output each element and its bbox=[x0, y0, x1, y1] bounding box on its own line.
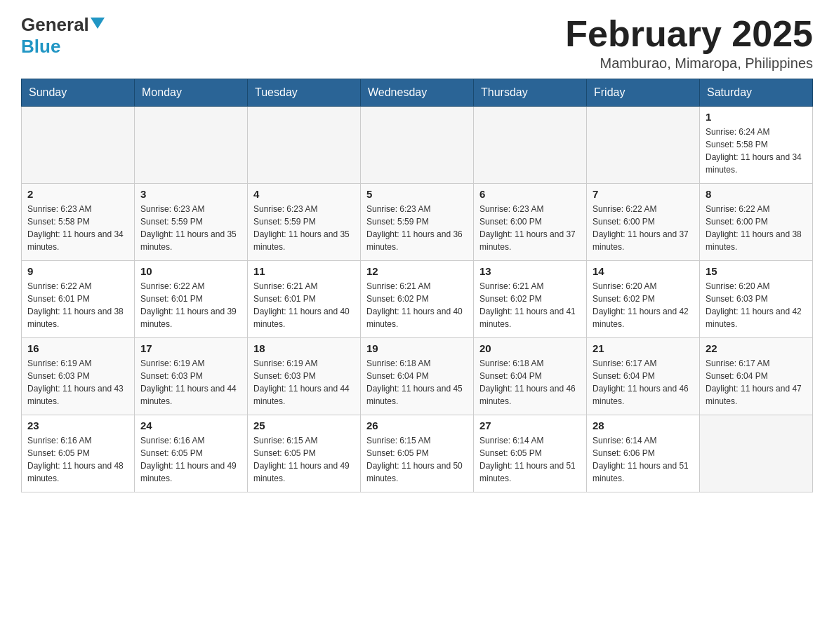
calendar-cell bbox=[248, 107, 361, 184]
weekday-header-saturday: Saturday bbox=[700, 79, 813, 107]
calendar-cell: 20Sunrise: 6:18 AM Sunset: 6:04 PM Dayli… bbox=[474, 338, 587, 415]
day-info: Sunrise: 6:23 AM Sunset: 5:58 PM Dayligh… bbox=[27, 203, 128, 253]
day-info: Sunrise: 6:23 AM Sunset: 5:59 PM Dayligh… bbox=[366, 203, 468, 253]
calendar-cell: 8Sunrise: 6:22 AM Sunset: 6:00 PM Daylig… bbox=[700, 184, 813, 261]
day-number: 14 bbox=[593, 265, 694, 277]
month-title: February 2025 bbox=[565, 14, 813, 54]
day-number: 26 bbox=[366, 420, 468, 431]
calendar-cell: 19Sunrise: 6:18 AM Sunset: 6:04 PM Dayli… bbox=[361, 338, 474, 415]
calendar-week-3: 9Sunrise: 6:22 AM Sunset: 6:01 PM Daylig… bbox=[22, 261, 813, 338]
day-number: 3 bbox=[140, 188, 241, 200]
calendar-cell bbox=[474, 107, 587, 184]
day-info: Sunrise: 6:22 AM Sunset: 6:01 PM Dayligh… bbox=[140, 280, 241, 330]
day-info: Sunrise: 6:24 AM Sunset: 5:58 PM Dayligh… bbox=[706, 126, 807, 176]
day-info: Sunrise: 6:14 AM Sunset: 6:05 PM Dayligh… bbox=[479, 434, 581, 485]
logo-word-blue: Blue bbox=[21, 36, 60, 57]
calendar-cell bbox=[22, 107, 135, 184]
calendar-cell: 2Sunrise: 6:23 AM Sunset: 5:58 PM Daylig… bbox=[22, 184, 135, 261]
calendar-cell: 27Sunrise: 6:14 AM Sunset: 6:05 PM Dayli… bbox=[474, 415, 587, 492]
calendar-cell: 6Sunrise: 6:23 AM Sunset: 6:00 PM Daylig… bbox=[474, 184, 587, 261]
weekday-header-sunday: Sunday bbox=[22, 79, 135, 107]
weekday-header-monday: Monday bbox=[135, 79, 248, 107]
day-info: Sunrise: 6:16 AM Sunset: 6:05 PM Dayligh… bbox=[27, 434, 128, 485]
page-header: General Blue February 2025 Mamburao, Mim… bbox=[21, 14, 813, 72]
calendar-cell bbox=[700, 415, 813, 492]
calendar-cell bbox=[587, 107, 700, 184]
calendar-cell: 11Sunrise: 6:21 AM Sunset: 6:01 PM Dayli… bbox=[248, 261, 361, 338]
calendar-cell: 26Sunrise: 6:15 AM Sunset: 6:05 PM Dayli… bbox=[361, 415, 474, 492]
calendar-week-1: 1Sunrise: 6:24 AM Sunset: 5:58 PM Daylig… bbox=[22, 107, 813, 184]
calendar-cell: 23Sunrise: 6:16 AM Sunset: 6:05 PM Dayli… bbox=[22, 415, 135, 492]
location-title: Mamburao, Mimaropa, Philippines bbox=[565, 55, 813, 72]
calendar-week-4: 16Sunrise: 6:19 AM Sunset: 6:03 PM Dayli… bbox=[22, 338, 813, 415]
calendar-cell: 3Sunrise: 6:23 AM Sunset: 5:59 PM Daylig… bbox=[135, 184, 248, 261]
logo-word-general: General bbox=[21, 14, 89, 36]
day-number: 5 bbox=[366, 188, 468, 200]
calendar-cell: 10Sunrise: 6:22 AM Sunset: 6:01 PM Dayli… bbox=[135, 261, 248, 338]
weekday-header-thursday: Thursday bbox=[474, 79, 587, 107]
calendar-cell: 1Sunrise: 6:24 AM Sunset: 5:58 PM Daylig… bbox=[700, 107, 813, 184]
day-number: 28 bbox=[593, 420, 694, 431]
calendar-cell: 18Sunrise: 6:19 AM Sunset: 6:03 PM Dayli… bbox=[248, 338, 361, 415]
day-info: Sunrise: 6:19 AM Sunset: 6:03 PM Dayligh… bbox=[27, 357, 128, 408]
day-number: 6 bbox=[479, 188, 581, 200]
day-info: Sunrise: 6:23 AM Sunset: 5:59 PM Dayligh… bbox=[253, 203, 355, 253]
weekday-header-row: SundayMondayTuesdayWednesdayThursdayFrid… bbox=[22, 79, 813, 107]
day-info: Sunrise: 6:23 AM Sunset: 5:59 PM Dayligh… bbox=[140, 203, 241, 253]
day-number: 7 bbox=[593, 188, 694, 200]
calendar-cell: 22Sunrise: 6:17 AM Sunset: 6:04 PM Dayli… bbox=[700, 338, 813, 415]
calendar-cell: 16Sunrise: 6:19 AM Sunset: 6:03 PM Dayli… bbox=[22, 338, 135, 415]
day-info: Sunrise: 6:19 AM Sunset: 6:03 PM Dayligh… bbox=[140, 357, 241, 408]
day-info: Sunrise: 6:20 AM Sunset: 6:02 PM Dayligh… bbox=[593, 280, 694, 330]
day-number: 23 bbox=[27, 420, 128, 431]
day-number: 21 bbox=[593, 342, 694, 354]
day-info: Sunrise: 6:21 AM Sunset: 6:02 PM Dayligh… bbox=[479, 280, 581, 330]
day-info: Sunrise: 6:22 AM Sunset: 6:00 PM Dayligh… bbox=[706, 203, 807, 253]
calendar-cell: 13Sunrise: 6:21 AM Sunset: 6:02 PM Dayli… bbox=[474, 261, 587, 338]
day-info: Sunrise: 6:19 AM Sunset: 6:03 PM Dayligh… bbox=[253, 357, 355, 408]
day-info: Sunrise: 6:17 AM Sunset: 6:04 PM Dayligh… bbox=[593, 357, 694, 408]
calendar-week-5: 23Sunrise: 6:16 AM Sunset: 6:05 PM Dayli… bbox=[22, 415, 813, 492]
day-number: 9 bbox=[27, 265, 128, 277]
day-info: Sunrise: 6:23 AM Sunset: 6:00 PM Dayligh… bbox=[479, 203, 581, 253]
day-number: 16 bbox=[27, 342, 128, 354]
day-info: Sunrise: 6:17 AM Sunset: 6:04 PM Dayligh… bbox=[706, 357, 807, 408]
calendar-cell: 9Sunrise: 6:22 AM Sunset: 6:01 PM Daylig… bbox=[22, 261, 135, 338]
day-number: 17 bbox=[140, 342, 241, 354]
calendar-table: SundayMondayTuesdayWednesdayThursdayFrid… bbox=[21, 79, 813, 492]
calendar-cell: 7Sunrise: 6:22 AM Sunset: 6:00 PM Daylig… bbox=[587, 184, 700, 261]
day-number: 22 bbox=[706, 342, 807, 354]
calendar-cell: 28Sunrise: 6:14 AM Sunset: 6:06 PM Dayli… bbox=[587, 415, 700, 492]
weekday-header-friday: Friday bbox=[587, 79, 700, 107]
calendar-cell: 24Sunrise: 6:16 AM Sunset: 6:05 PM Dayli… bbox=[135, 415, 248, 492]
calendar-cell: 21Sunrise: 6:17 AM Sunset: 6:04 PM Dayli… bbox=[587, 338, 700, 415]
calendar-cell: 15Sunrise: 6:20 AM Sunset: 6:03 PM Dayli… bbox=[700, 261, 813, 338]
calendar-cell: 25Sunrise: 6:15 AM Sunset: 6:05 PM Dayli… bbox=[248, 415, 361, 492]
calendar-cell: 12Sunrise: 6:21 AM Sunset: 6:02 PM Dayli… bbox=[361, 261, 474, 338]
day-info: Sunrise: 6:15 AM Sunset: 6:05 PM Dayligh… bbox=[366, 434, 468, 485]
title-area: February 2025 Mamburao, Mimaropa, Philip… bbox=[565, 14, 813, 72]
calendar-cell: 5Sunrise: 6:23 AM Sunset: 5:59 PM Daylig… bbox=[361, 184, 474, 261]
logo-triangle-icon bbox=[91, 18, 105, 29]
calendar-cell bbox=[361, 107, 474, 184]
day-number: 11 bbox=[253, 265, 355, 277]
day-number: 18 bbox=[253, 342, 355, 354]
day-info: Sunrise: 6:18 AM Sunset: 6:04 PM Dayligh… bbox=[479, 357, 581, 408]
svg-marker-0 bbox=[91, 18, 105, 29]
day-number: 2 bbox=[27, 188, 128, 200]
day-number: 13 bbox=[479, 265, 581, 277]
day-number: 4 bbox=[253, 188, 355, 200]
calendar-week-2: 2Sunrise: 6:23 AM Sunset: 5:58 PM Daylig… bbox=[22, 184, 813, 261]
day-info: Sunrise: 6:21 AM Sunset: 6:01 PM Dayligh… bbox=[253, 280, 355, 330]
calendar-cell bbox=[135, 107, 248, 184]
weekday-header-tuesday: Tuesday bbox=[248, 79, 361, 107]
day-number: 27 bbox=[479, 420, 581, 431]
day-info: Sunrise: 6:22 AM Sunset: 6:01 PM Dayligh… bbox=[27, 280, 128, 330]
day-number: 8 bbox=[706, 188, 807, 200]
day-info: Sunrise: 6:14 AM Sunset: 6:06 PM Dayligh… bbox=[593, 434, 694, 485]
weekday-header-wednesday: Wednesday bbox=[361, 79, 474, 107]
day-info: Sunrise: 6:20 AM Sunset: 6:03 PM Dayligh… bbox=[706, 280, 807, 330]
day-info: Sunrise: 6:22 AM Sunset: 6:00 PM Dayligh… bbox=[593, 203, 694, 253]
logo: General Blue bbox=[21, 14, 105, 58]
day-number: 1 bbox=[706, 111, 807, 123]
